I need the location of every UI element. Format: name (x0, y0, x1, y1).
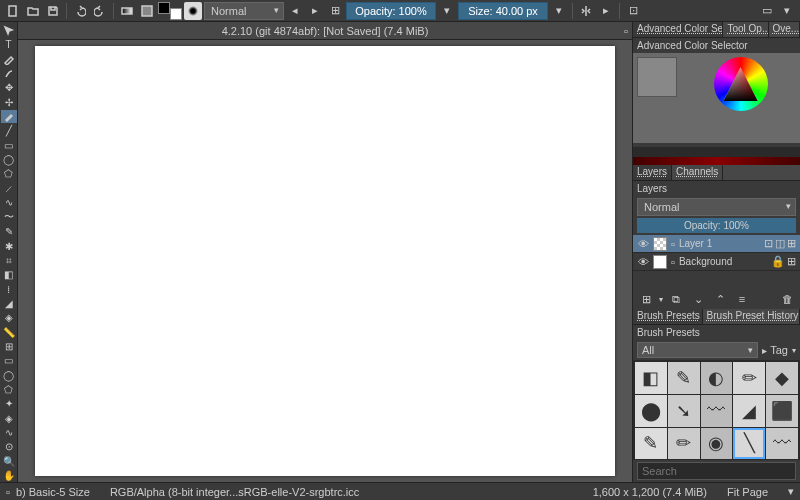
tool-dynamic[interactable]: ✎ (1, 225, 17, 238)
layer-row[interactable]: 👁 ▫ Background 🔒⊞ (633, 253, 800, 271)
open-file-button[interactable] (24, 2, 42, 20)
brush-preview-icon[interactable] (184, 2, 202, 20)
preset-search-input[interactable] (637, 462, 796, 480)
zoom-status[interactable]: Fit Page (727, 486, 768, 498)
tool-pan[interactable]: ✋ (1, 469, 17, 482)
tool-move[interactable]: ✢ (1, 96, 17, 109)
tool-arrow[interactable] (1, 24, 17, 37)
tool-bezier[interactable]: ∿ (1, 196, 17, 209)
tool-assist[interactable]: ◈ (1, 311, 17, 324)
brush-preset[interactable]: ⬤ (635, 395, 667, 427)
blend-mode-combo[interactable]: Normal (204, 2, 284, 20)
blend-prev-button[interactable]: ◂ (286, 2, 304, 20)
brush-preset[interactable]: ✏ (733, 362, 765, 394)
mirror-v-button[interactable]: ▸ (597, 2, 615, 20)
brush-preset[interactable]: ◐ (701, 362, 733, 394)
tool-brush[interactable] (1, 110, 17, 123)
tab-brush-history[interactable]: Brush Preset History (703, 309, 800, 324)
last-color-swatch[interactable] (637, 57, 677, 97)
add-layer-button[interactable]: ⊞ (637, 290, 655, 308)
tool-calligraphy[interactable] (1, 67, 17, 80)
tab-layers[interactable]: Layers (633, 165, 672, 180)
preset-filter-combo[interactable]: All (637, 342, 758, 358)
opacity-menu-icon[interactable]: ▾ (438, 2, 456, 20)
tool-multibrush[interactable]: ✱ (1, 240, 17, 253)
brush-preset[interactable]: ╲ (733, 428, 765, 460)
layer-blend-combo[interactable]: Normal (637, 198, 796, 216)
tool-text[interactable]: T (1, 38, 17, 51)
brush-size-slider[interactable]: Size: 40.00 px (458, 2, 548, 20)
brush-preset[interactable]: ➘ (668, 395, 700, 427)
tool-crop[interactable]: ⌗ (1, 254, 17, 267)
tool-similar[interactable]: ◈ (1, 412, 17, 425)
tool-line[interactable]: ╱ (1, 124, 17, 137)
colorspace-status[interactable]: RGB/Alpha (8-bit integer...sRGB-elle-V2-… (110, 486, 359, 498)
layer-props-icon[interactable]: ⊡ (764, 237, 773, 250)
layer-opacity-slider[interactable]: Opacity: 100% (637, 218, 796, 233)
workspace-menu-icon[interactable]: ▾ (778, 2, 796, 20)
move-down-button[interactable]: ⌄ (689, 290, 707, 308)
layer-name[interactable]: Background (679, 256, 767, 267)
brush-preset[interactable]: 〰 (701, 395, 733, 427)
hue-history-strip[interactable] (633, 147, 800, 165)
size-menu-icon[interactable]: ▾ (550, 2, 568, 20)
bg-color-swatch[interactable] (170, 8, 182, 20)
zoom-menu-icon[interactable]: ▾ (788, 485, 794, 498)
tool-rect[interactable]: ▭ (1, 139, 17, 152)
tab-channels[interactable]: Channels (672, 165, 723, 180)
tool-transform[interactable]: ✥ (1, 81, 17, 94)
document-tab[interactable]: 4.2.10 (git 4874abf): [Not Saved] (7.4 M… (18, 22, 632, 40)
tool-lasso[interactable]: ◯ (1, 369, 17, 382)
tool-zoom[interactable]: 🔍 (1, 455, 17, 468)
canvas-viewport[interactable] (18, 40, 632, 482)
tool-contig[interactable]: ✦ (1, 397, 17, 410)
tab-color-selector[interactable]: Advanced Color Sel... (633, 22, 723, 37)
brush-preset[interactable]: ✎ (635, 428, 667, 460)
redo-button[interactable] (91, 2, 109, 20)
workspace-button[interactable]: ▭ (758, 2, 776, 20)
new-file-button[interactable] (4, 2, 22, 20)
color-wheel[interactable] (714, 57, 768, 111)
brush-preset[interactable]: ✎ (668, 362, 700, 394)
move-up-button[interactable]: ⌃ (711, 290, 729, 308)
tool-ellipse[interactable]: ◯ (1, 153, 17, 166)
brush-preset[interactable]: ⬛ (766, 395, 798, 427)
layer-menu-icon[interactable]: ⊞ (787, 255, 796, 268)
blend-next-button[interactable]: ▸ (306, 2, 324, 20)
color-swatches[interactable] (158, 2, 182, 20)
layer-row[interactable]: 👁 ▫ Layer 1 ⊡◫⊞ (633, 235, 800, 253)
tool-gradient[interactable]: ◧ (1, 268, 17, 281)
layer-menu-icon[interactable]: ⊞ (787, 237, 796, 250)
tab-tool-options[interactable]: Tool Op... (723, 22, 768, 37)
visibility-icon[interactable]: 👁 (637, 238, 649, 250)
layer-properties-button[interactable]: ≡ (733, 290, 751, 308)
brush-preset[interactable]: ◢ (733, 395, 765, 427)
brush-preset[interactable]: ◉ (701, 428, 733, 460)
layer-name[interactable]: Layer 1 (679, 238, 760, 249)
opacity-slider[interactable]: Opacity: 100% (346, 2, 436, 20)
brush-preset[interactable]: ✏ (668, 428, 700, 460)
tab-overview[interactable]: Ove... (769, 22, 800, 37)
close-tab-icon[interactable]: ▫ (624, 25, 628, 37)
tool-polygon[interactable]: ⬠ (1, 167, 17, 180)
brush-preset[interactable]: 〰 (766, 428, 798, 460)
undo-button[interactable] (71, 2, 89, 20)
delete-layer-button[interactable]: 🗑 (778, 290, 796, 308)
duplicate-layer-button[interactable]: ⧉ (667, 290, 685, 308)
tool-reference[interactable]: ⊞ (1, 340, 17, 353)
statusbar-selector-icon[interactable]: ▫ (6, 486, 10, 498)
tab-brush-presets[interactable]: Brush Presets (633, 309, 703, 324)
tool-polysel[interactable]: ⬠ (1, 383, 17, 396)
brush-name-status[interactable]: b) Basic-5 Size (16, 486, 90, 498)
gradient-icon[interactable] (118, 2, 136, 20)
save-file-button[interactable] (44, 2, 62, 20)
tool-fill[interactable]: ◢ (1, 297, 17, 310)
wrap-button[interactable]: ⊡ (624, 2, 642, 20)
tool-picker[interactable]: ⁞ (1, 283, 17, 296)
tool-edit-shape[interactable] (1, 53, 17, 66)
tool-rectsel[interactable]: ▭ (1, 354, 17, 367)
mirror-h-button[interactable] (577, 2, 595, 20)
tool-freehand[interactable]: 〜 (1, 210, 17, 224)
tool-beziersel[interactable]: ∿ (1, 426, 17, 439)
tool-polyline[interactable]: ⟋ (1, 182, 17, 195)
